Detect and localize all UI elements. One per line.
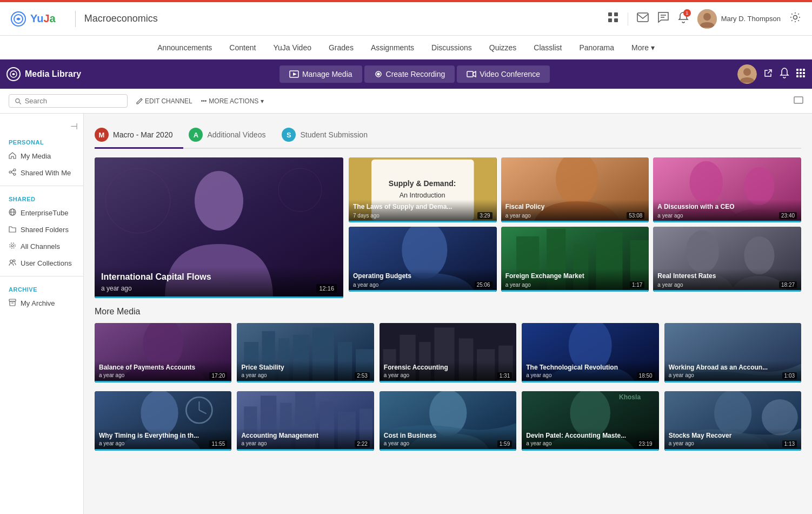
search-input[interactable] [25, 97, 122, 105]
svg-rect-25 [803, 72, 805, 74]
featured-video[interactable]: International Capital Flows a year ago 1… [95, 157, 343, 298]
create-recording-tab[interactable]: Create Recording [364, 65, 455, 83]
svg-rect-28 [803, 75, 805, 77]
channel-tab-student[interactable]: S Student Submission [282, 122, 378, 149]
media-card-working[interactable]: Working Abroad as an Accoun... a year ag… [664, 323, 801, 383]
media-library-label: Media Library [25, 69, 81, 79]
user-info[interactable]: Mary D. Thompson [697, 9, 781, 29]
external-link-icon[interactable] [763, 68, 773, 81]
svg-point-10 [794, 16, 797, 19]
sidebar-item-enterprise-tube[interactable]: EnterpriseTube [0, 205, 83, 221]
video-card-ceo[interactable]: A Discussion with a CEO a year ago 23:40 [653, 157, 801, 222]
nav-yuja-video[interactable]: YuJa Video [271, 37, 314, 58]
svg-rect-3 [608, 18, 612, 22]
media-card-forensic[interactable]: Forensic Accounting a year ago 1:31 [380, 323, 516, 383]
header: YuJa Macroeconomics [0, 2, 812, 36]
all-channels-label: All Channels [21, 242, 60, 251]
more-actions-btn[interactable]: ••• MORE ACTIONS ▾ [201, 97, 264, 105]
sidebar-divider-1 [0, 186, 83, 186]
notification-badge: 1 [683, 9, 691, 17]
stocks-cyan-bar [664, 449, 801, 451]
notification-icon-btn[interactable]: 1 [678, 11, 689, 26]
mail-icon-btn[interactable] [637, 12, 649, 25]
more-media-section: More Media Balance of Payments Accounts [95, 307, 801, 451]
nav-announcements[interactable]: Announcements [155, 37, 214, 58]
video-card-forex[interactable]: Foreign Exchange Market a year ago 1:17 [501, 227, 649, 292]
media-card-devin[interactable]: Khosla Devin Patel: Accounting Maste... … [522, 391, 658, 451]
svg-rect-45 [10, 301, 15, 306]
video-conference-tab[interactable]: Video Conference [457, 65, 550, 83]
channel-tab-student-avatar: S [282, 128, 296, 142]
media-library-bar: Media Library Manage Media Create Record… [0, 60, 812, 89]
header-divider [75, 11, 76, 27]
more-media-title: More Media [95, 307, 801, 317]
supply-overlay: The Laws of Supply and Dema... 7 days ag… [349, 200, 497, 222]
bell-icon[interactable] [780, 68, 789, 81]
media-card-pricestab[interactable]: Price Stability a year ago 2:53 [237, 323, 374, 383]
media-card-techrev[interactable]: The Technological Revolution a year ago … [522, 323, 658, 383]
display-toggle-btn[interactable] [794, 96, 803, 106]
chat-icon-btn[interactable] [657, 11, 669, 26]
nav-discussions[interactable]: Discussions [429, 37, 474, 58]
timing-cyan-bar [95, 449, 231, 451]
video-card-opbudget[interactable]: Operating Budgets a year ago 25:06 [349, 227, 497, 292]
sidebar-item-shared-folders[interactable]: Shared Folders [0, 221, 83, 238]
working-overlay: Working Abroad as an Accoun... a year ag… [664, 360, 801, 383]
cost-cyan-bar [380, 449, 516, 451]
sidebar-collapse-btn[interactable]: ⊣ [0, 119, 83, 134]
sidebar: ⊣ PERSONAL My Media Shared With Me [0, 114, 84, 514]
media-card-cost[interactable]: Cost in Business a year ago 1:59 [380, 391, 516, 451]
media-card-timing[interactable]: Why Timing is Everything in th... a year… [95, 391, 231, 451]
settings-icon-btn[interactable] [789, 11, 801, 26]
nav-grades[interactable]: Grades [327, 37, 356, 58]
search-input-container[interactable] [9, 94, 128, 108]
sidebar-item-user-collections[interactable]: User Collections [0, 255, 83, 272]
channel-tab-additional[interactable]: A Additional Videos [189, 122, 276, 149]
svg-point-33 [9, 171, 11, 173]
nav-more[interactable]: More ▾ [629, 37, 657, 58]
svg-text:Khosla: Khosla [619, 393, 641, 401]
grid-icon-btn[interactable] [607, 11, 619, 26]
shared-section-title: SHARED [0, 190, 83, 205]
svg-point-58 [690, 161, 723, 204]
nav-panorama[interactable]: Panorama [577, 37, 616, 58]
fiscal-overlay: Fiscal Policy a year ago 53:08 [501, 200, 649, 222]
svg-rect-1 [608, 12, 612, 16]
archive-section-title: ARCHIVE [0, 281, 83, 295]
svg-point-43 [13, 260, 15, 262]
video-card-fiscal[interactable]: Fiscal Policy a year ago 53:08 [501, 157, 649, 222]
svg-line-35 [11, 170, 14, 172]
sidebar-item-shared-with-me[interactable]: Shared With Me [0, 164, 83, 181]
video-row-2: Operating Budgets a year ago 25:06 [349, 227, 801, 292]
media-card-acctmgmt[interactable]: Accounting Management a year ago 2:22 [237, 391, 374, 451]
fiscal-cyan-bar [501, 221, 649, 222]
channel-tab-macro[interactable]: M Macro - Mar 2020 [95, 122, 183, 149]
svg-point-32 [14, 169, 16, 171]
video-card-realint[interactable]: Real Interest Rates a year ago 18:27 [653, 227, 801, 292]
globe-icon [9, 208, 16, 218]
edit-channel-btn[interactable]: EDIT CHANNEL [136, 97, 192, 105]
sidebar-item-my-media[interactable]: My Media [0, 148, 83, 164]
featured-video-overlay: International Capital Flows a year ago 1… [95, 267, 343, 298]
media-card-balance[interactable]: Balance of Payments Accounts a year ago … [95, 323, 231, 383]
grid-dots-icon[interactable] [796, 68, 806, 81]
search-bar: EDIT CHANNEL ••• MORE ACTIONS ▾ [0, 89, 812, 114]
media-card-stocks[interactable]: Stocks May Recover a year ago 1:13 [664, 391, 801, 451]
channel-tabs: M Macro - Mar 2020 A Additional Videos S… [95, 122, 801, 149]
techrev-cyan-bar [522, 381, 658, 383]
featured-video-duration: 12:16 [316, 284, 337, 293]
enterprise-tube-label: EnterpriseTube [21, 209, 68, 217]
manage-media-tab[interactable]: Manage Media [279, 65, 362, 83]
nav-content[interactable]: Content [227, 37, 258, 58]
media-bar-tabs: Manage Media Create Recording Video Conf… [92, 65, 737, 83]
sidebar-item-all-channels[interactable]: All Channels [0, 238, 83, 255]
media-bar-actions [737, 64, 806, 84]
icon-divider [628, 12, 628, 25]
sidebar-item-my-archive[interactable]: My Archive [0, 295, 83, 312]
nav-assignments[interactable]: Assignments [369, 37, 416, 58]
video-card-supply[interactable]: Supply & Demand: An Introduction The Law… [349, 157, 497, 222]
working-cyan-bar [664, 381, 801, 383]
nav-classlist[interactable]: Classlist [531, 37, 564, 58]
nav-quizzes[interactable]: Quizzes [487, 37, 519, 58]
channel-tab-macro-avatar: M [95, 128, 109, 142]
